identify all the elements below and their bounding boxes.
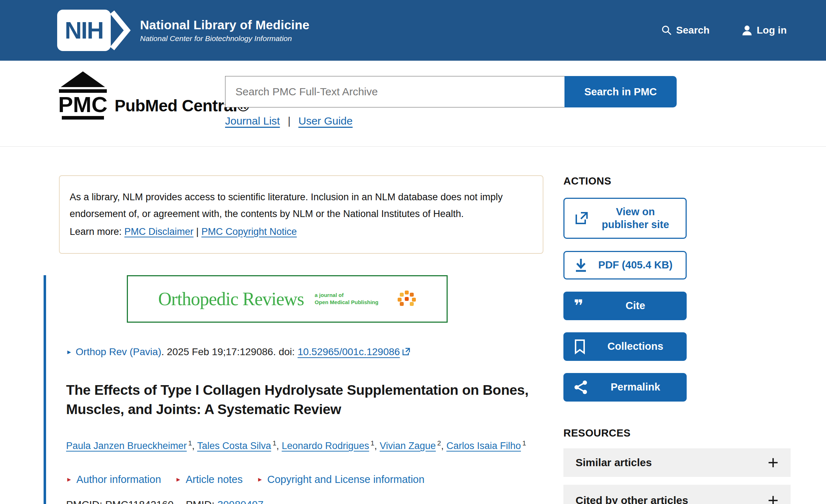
nih-logo-chevron-icon [109,9,131,51]
view-on-publisher-site-button[interactable]: View on publisher site [563,198,687,239]
author-link: Leonardo Rodrigues1 [282,440,379,451]
citation-text: . 2025 Feb 19;17:129086. doi: [161,346,297,357]
external-link-icon [402,347,410,358]
resources-section: RESOURCES Similar articles + Cited by ot… [563,427,791,504]
author-information-toggle[interactable]: ► Author information [66,474,161,485]
pmc-disclaimer-link[interactable]: PMC Disclaimer [124,226,194,237]
download-icon [574,257,588,273]
article-title: The Effects of Type I Collagen Hydrolysa… [66,380,566,419]
article-notes-toggle[interactable]: ► Article notes [175,474,243,485]
journal-list-link[interactable]: Journal List [225,115,280,127]
ncbi-subtitle: National Center for Biotechnology Inform… [140,34,309,43]
doi-link[interactable]: 10.52965/001c.129086 [298,346,400,357]
pmc-quick-links: Journal List | User Guide [225,115,353,127]
author-link: Paula Janzen Brueckheimer1 [66,440,197,451]
article-header-section: Orthopedic Reviews a journal of Open Med… [44,275,543,504]
pdf-download-button[interactable]: PDF (405.4 KB) [563,251,687,279]
quick-links-separator: | [288,115,290,127]
pmid-value: PMID: 39980497 [186,499,264,504]
login-label: Log in [757,25,787,36]
pmc-logo-acronym: PMC [58,93,108,116]
actions-heading: ACTIONS [563,175,791,187]
header-search-label: Search [676,25,710,36]
collections-button[interactable]: Collections [563,332,687,361]
action-buttons: View on publisher site PDF (405.4 KB) ❞ … [563,198,687,402]
share-icon [574,379,588,395]
header-nav: Search Log in [661,25,787,36]
cite-button[interactable]: ❞ Cite [563,292,687,320]
expand-triangle-icon: ► [175,477,181,483]
author-link: Carlos Isaia Filho1 [446,440,526,451]
header-search-button[interactable]: Search [661,25,710,36]
pmc-logo[interactable]: PMC PubMed Central® [58,71,249,120]
cited-by-accordion[interactable]: Cited by other articles + [563,485,791,504]
pmid-link[interactable]: 39980497 [218,499,264,504]
journal-banner-name: Orthopedic Reviews [158,288,304,309]
bookmark-icon [574,339,586,354]
user-guide-link[interactable]: User Guide [298,115,353,127]
article-ids-row: PMCID: PMC11842160 PMID: 39980497 [66,499,543,504]
search-icon [661,25,672,36]
permalink-button[interactable]: Permalink [563,373,687,402]
journal-banner[interactable]: Orthopedic Reviews a journal of Open Med… [127,275,448,323]
plus-icon: + [768,453,778,472]
author-link: Vivian Zague2 [380,440,447,451]
quote-icon: ❞ [574,301,583,311]
expand-triangle-icon: ► [66,477,72,483]
pmc-temple-icon: PMC [58,71,108,120]
login-button[interactable]: Log in [742,25,787,36]
publisher-flower-icon [397,290,416,308]
search-in-pmc-button[interactable]: Search in PMC [564,76,677,107]
pmc-band: PMC PubMed Central® Search in PMC Journa… [0,61,826,147]
pmcid-value: PMCID: PMC11842160 [66,499,174,504]
page-content: As a library, NLM provides access to sci… [0,147,826,504]
nlm-brand[interactable]: NIH National Library of Medicine Nationa… [57,9,309,51]
disclaimer-learn-more: Learn more: PMC Disclaimer | PMC Copyrig… [70,223,533,240]
article-meta-links: ► Author information ► Article notes ► C… [66,474,543,485]
pmc-search-row: Search in PMC [225,76,677,107]
authors-row: Paula Janzen Brueckheimer1Tales Costa Si… [66,439,543,452]
main-column: As a library, NLM provides access to sci… [59,175,543,504]
author-link: Tales Costa Silva1 [197,440,282,451]
nih-logo: NIH [57,10,111,51]
nih-header: NIH National Library of Medicine Nationa… [0,0,826,61]
similar-articles-accordion[interactable]: Similar articles + [563,448,791,477]
nih-logo-text: NIH [65,17,103,44]
citation-triangle-icon: ► [66,349,72,355]
external-link-icon [574,210,589,226]
journal-banner-publisher: a journal of Open Medical Publishing [315,292,378,306]
pmc-search-input[interactable] [225,76,564,107]
expand-triangle-icon: ► [257,477,263,483]
journal-abbrev-link[interactable]: Orthop Rev (Pavia) [76,346,161,357]
disclaimer-text: As a library, NLM provides access to sci… [70,192,503,219]
pmc-copyright-link[interactable]: PMC Copyright Notice [201,226,297,237]
plus-icon: + [768,491,778,504]
copyright-license-toggle[interactable]: ► Copyright and License information [257,474,424,485]
nlm-title: National Library of Medicine [140,18,309,32]
sidebar: ACTIONS View on publisher site PDF (405.… [563,175,791,504]
nlm-disclaimer-box: As a library, NLM provides access to sci… [59,175,543,254]
resources-heading: RESOURCES [563,427,791,439]
article-citation-line: ► Orthop Rev (Pavia). 2025 Feb 19;17:129… [66,346,543,358]
person-icon [742,25,752,36]
resource-accordions: Similar articles + Cited by other articl… [563,448,791,504]
nlm-brand-text: National Library of Medicine National Ce… [140,18,309,43]
